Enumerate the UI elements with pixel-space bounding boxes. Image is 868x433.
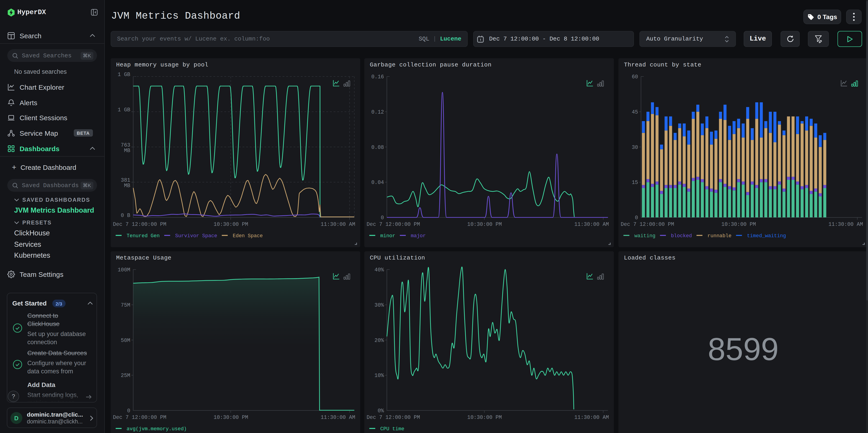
svg-text:0: 0 bbox=[381, 215, 384, 221]
svg-text:major: major bbox=[411, 233, 426, 239]
svg-text:waiting: waiting bbox=[634, 233, 655, 239]
svg-text:Eden Space: Eden Space bbox=[233, 233, 263, 239]
svg-text:763: 763 bbox=[121, 142, 130, 148]
svg-text:0.12: 0.12 bbox=[371, 109, 384, 115]
svg-text:30%: 30% bbox=[375, 302, 384, 308]
svg-text:11:30:00 AM: 11:30:00 AM bbox=[828, 221, 863, 227]
svg-text:1 GB: 1 GB bbox=[118, 72, 130, 78]
svg-text:45: 45 bbox=[632, 109, 638, 115]
svg-text:MB: MB bbox=[124, 148, 130, 154]
svg-text:10%: 10% bbox=[375, 373, 384, 379]
svg-text:0 B: 0 B bbox=[121, 213, 130, 219]
svg-text:CPU time: CPU time bbox=[380, 426, 404, 432]
svg-text:Dec 7 12:00:00 PM: Dec 7 12:00:00 PM bbox=[113, 414, 166, 421]
svg-text:381: 381 bbox=[121, 177, 130, 183]
svg-text:timed_waiting: timed_waiting bbox=[747, 233, 786, 239]
svg-text:25M: 25M bbox=[121, 373, 130, 379]
svg-text:15: 15 bbox=[632, 180, 638, 186]
svg-text:50M: 50M bbox=[121, 338, 130, 343]
svg-text:minor: minor bbox=[380, 233, 395, 239]
svg-text:75M: 75M bbox=[121, 302, 130, 308]
svg-text:1 GB: 1 GB bbox=[118, 107, 130, 113]
svg-text:40%: 40% bbox=[375, 267, 384, 273]
svg-text:11:30:00 AM: 11:30:00 AM bbox=[574, 221, 609, 227]
svg-text:avg(jvm.memory.used): avg(jvm.memory.used) bbox=[127, 426, 187, 432]
svg-text:Dec 7 12:00:00 PM: Dec 7 12:00:00 PM bbox=[621, 221, 674, 227]
svg-text:10:30:00 PM: 10:30:00 PM bbox=[467, 414, 502, 421]
svg-text:100M: 100M bbox=[118, 267, 130, 273]
svg-text:Tenured Gen: Tenured Gen bbox=[127, 233, 160, 239]
svg-text:10:30:00 PM: 10:30:00 PM bbox=[721, 221, 756, 227]
svg-text:0.16: 0.16 bbox=[371, 74, 384, 80]
svg-text:0.08: 0.08 bbox=[371, 145, 384, 151]
svg-text:Dec 7 12:00:00 PM: Dec 7 12:00:00 PM bbox=[367, 414, 420, 421]
svg-text:0%: 0% bbox=[377, 408, 384, 414]
svg-text:60: 60 bbox=[632, 74, 638, 80]
svg-text:MB: MB bbox=[124, 183, 130, 189]
svg-text:10:30:00 PM: 10:30:00 PM bbox=[214, 221, 248, 227]
svg-text:20%: 20% bbox=[375, 338, 384, 343]
svg-text:11:30:00 AM: 11:30:00 AM bbox=[320, 414, 355, 421]
svg-text:Survivor Space: Survivor Space bbox=[175, 233, 217, 239]
svg-text:11:30:00 AM: 11:30:00 AM bbox=[320, 221, 355, 227]
svg-text:0: 0 bbox=[127, 408, 130, 414]
svg-text:30: 30 bbox=[632, 145, 638, 151]
svg-text:blocked: blocked bbox=[671, 233, 692, 239]
svg-text:0.04: 0.04 bbox=[371, 180, 384, 186]
svg-text:Dec 7 12:00:00 PM: Dec 7 12:00:00 PM bbox=[113, 221, 166, 227]
svg-text:Dec 7 12:00:00 PM: Dec 7 12:00:00 PM bbox=[367, 221, 420, 227]
svg-text:0: 0 bbox=[635, 215, 638, 221]
svg-text:11:30:00 AM: 11:30:00 AM bbox=[574, 414, 609, 421]
svg-text:runnable: runnable bbox=[708, 233, 732, 239]
svg-text:10:30:00 PM: 10:30:00 PM bbox=[214, 414, 248, 421]
svg-text:10:30:00 PM: 10:30:00 PM bbox=[467, 221, 502, 227]
